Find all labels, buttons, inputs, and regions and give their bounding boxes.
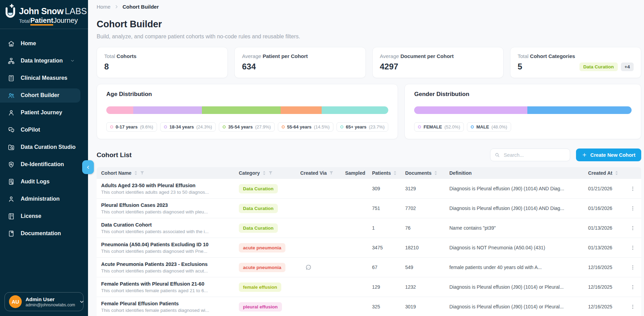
kebab-menu-icon[interactable] [624, 284, 641, 290]
documents-count: 3129 [402, 186, 446, 191]
documents-count: 3019 [402, 304, 446, 309]
table-row[interactable]: Pneumonia (A50.04) Patients Excluding ID… [97, 238, 641, 258]
table-row[interactable]: Pleural Effusion Cases 2023This cohort i… [97, 199, 641, 218]
sidebar-item-license[interactable]: License [0, 209, 80, 223]
kebab-menu-icon[interactable] [624, 186, 641, 192]
bar-segment-female [414, 106, 527, 114]
column-header-created-via[interactable]: Created Via [297, 170, 342, 176]
category-badge: female effusion [239, 283, 281, 292]
cohort-table: Cohort NameCategoryCreated ViaSampledPat… [97, 167, 641, 316]
stats-row: Total Cohorts8Average Patient per Cohort… [97, 47, 641, 78]
bar-segment-0-17-years [106, 106, 133, 114]
filter-funnel-icon[interactable] [269, 171, 273, 175]
definition-cell: Diagnosis is Pleural effusion (J90) (101… [446, 186, 585, 191]
kebab-menu-icon[interactable] [624, 304, 641, 310]
person-icon [8, 109, 15, 116]
table-row[interactable]: Adults Aged 23-50 with Pleural EffusionT… [97, 179, 641, 199]
sort-icon[interactable] [434, 171, 438, 175]
sidebar-item-label: Patient Journey [21, 109, 62, 116]
john-snow-labs-logo: John SnowLABS TotalPatientJourney [0, 0, 88, 28]
sidebar-item-label: License [21, 213, 41, 219]
search-input[interactable] [503, 152, 566, 158]
column-header-documents[interactable]: Documents [402, 170, 446, 176]
sidebar-item-audit-logs[interactable]: Audit Logs [0, 175, 80, 189]
plus-icon [582, 152, 587, 157]
sort-icon[interactable] [134, 171, 138, 175]
table-row[interactable]: Female Patients with Pleural Effusion 21… [97, 277, 641, 297]
sitemap-icon [8, 57, 15, 65]
stat-value: 5 [518, 62, 522, 71]
column-header-sampled: Sampled [342, 170, 369, 176]
sidebar-item-patient-journey[interactable]: Patient Journey [0, 106, 80, 120]
audit-document-icon [8, 178, 15, 185]
sidebar-item-administration[interactable]: Administration [0, 192, 80, 206]
filter-funnel-icon[interactable] [140, 171, 144, 175]
table-row[interactable]: Data Curation CohortThis cohort identifi… [97, 218, 641, 238]
stat-card-cohorts: Total Cohorts8 [97, 47, 228, 78]
cohort-name-cell: Female Patients with Pleural Effusion 21… [97, 281, 235, 293]
sidebar-item-home[interactable]: Home [0, 37, 80, 51]
breadcrumb-home-link[interactable]: Home [97, 4, 110, 10]
age-distribution-card: Age Distribution0-17 years (9.6%)18-34 y… [97, 84, 398, 139]
sidebar-item-cohort-builder[interactable]: Cohort Builder [0, 88, 80, 103]
patients-count: 67 [369, 265, 402, 270]
documents-count: 1232 [402, 284, 446, 290]
kebab-menu-icon[interactable] [624, 265, 641, 270]
chevron-down-icon[interactable] [70, 58, 75, 63]
sort-icon[interactable] [393, 171, 397, 175]
kebab-menu-icon[interactable] [624, 205, 641, 211]
sidebar-item-data-integration[interactable]: Data Integration [0, 54, 80, 68]
column-header-created-at[interactable]: Created At [585, 170, 624, 176]
documents-count: 18210 [402, 245, 446, 250]
stat-value: 4297 [380, 62, 398, 71]
sidebar-item-clinical-measures[interactable]: Clinical Measures [0, 71, 80, 85]
sidebar-item-label: De-Identification [21, 161, 64, 167]
kebab-menu-icon[interactable] [624, 225, 641, 231]
sidebar-collapse-button[interactable] [82, 160, 94, 174]
create-new-cohort-button[interactable]: Create New Cohort [576, 149, 641, 161]
legend-chip-65-years: 65+ years (23.7%) [336, 122, 388, 132]
cohort-table-body: Adults Aged 23-50 with Pleural EffusionT… [97, 179, 641, 316]
legend-chip-0-17-years: 0-17 years (9.6%) [106, 122, 157, 132]
sidebar-item-label: Data Integration [21, 58, 63, 64]
table-row[interactable]: Female Pleural Effusion PatientsThis coh… [97, 297, 641, 316]
patients-count: 309 [369, 186, 402, 191]
category-badge: Data Curation [239, 204, 278, 213]
sidebar-item-label: Documentation [21, 230, 61, 237]
filter-funnel-icon[interactable] [329, 171, 333, 175]
sort-icon[interactable] [262, 171, 266, 175]
sidebar-item-documentation[interactable]: Documentation [0, 227, 80, 241]
user-email: admin@johnsnowlabs.com [26, 303, 75, 307]
sort-icon[interactable] [615, 171, 618, 175]
category-badge: acute pneumonia [239, 243, 285, 252]
legend-chip-18-34-years: 18-34 years (24.3%) [160, 122, 216, 132]
sidebar-item-data-curation-studio[interactable]: Data Curation Studio [0, 140, 80, 154]
column-header-category[interactable]: Category [235, 170, 297, 176]
user-menu[interactable]: AU Admin User admin@johnsnowlabs.com [4, 292, 84, 311]
brand-tagline: TotalPatientJourney [19, 17, 87, 25]
avatar: AU [9, 295, 22, 308]
cohort-name: Female Patients with Pleural Effusion 21… [101, 281, 232, 287]
legend-dot-icon [282, 125, 285, 128]
sidebar-item-de-identification[interactable]: De-Identification [0, 157, 80, 172]
column-header-cohort-name[interactable]: Cohort Name [97, 170, 235, 176]
flask-logo-icon [3, 3, 17, 24]
gender-distribution-card: Gender DistributionFEMALE (52.0%)MALE (4… [404, 84, 641, 139]
bar-segment-35-54-years [202, 106, 281, 114]
stat-card-document-per-cohort: Average Document per Cohort4297 [372, 47, 504, 78]
cohort-name: Data Curation Cohort [101, 222, 232, 228]
stacked-bar [106, 106, 388, 114]
table-row[interactable]: Acute Pneumonia Patients 2023 - Exclusio… [97, 258, 641, 277]
chevron-down-icon[interactable] [79, 299, 85, 305]
category-badge: Data Curation [579, 63, 618, 71]
cohort-description: This cohort identifies patients diagnose… [101, 268, 232, 274]
legend-dot-icon [418, 125, 421, 128]
category-badge: Data Curation [239, 184, 278, 193]
documents-count: 549 [402, 265, 446, 270]
legend-chip-female: FEMALE (52.0%) [414, 122, 464, 132]
column-header-patients[interactable]: Patients [369, 170, 402, 176]
search-box[interactable] [490, 149, 570, 161]
sidebar-item-label: CoPilot [21, 127, 40, 133]
kebab-menu-icon[interactable] [624, 245, 641, 251]
sidebar-item-copilot[interactable]: CoPilot [0, 123, 80, 137]
